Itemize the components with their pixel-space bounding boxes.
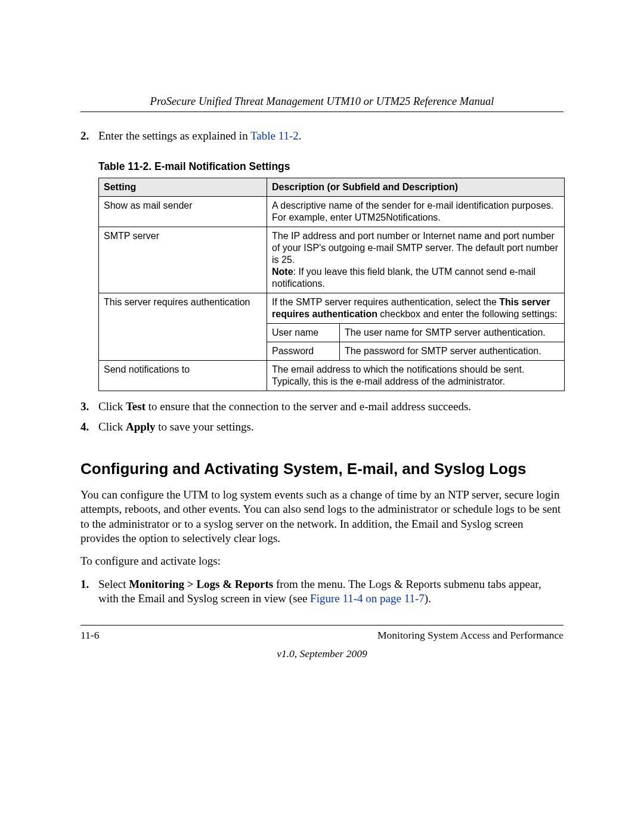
running-header: ProSecure Unified Threat Management UTM1…: [80, 95, 564, 108]
col-setting-header: Setting: [99, 178, 267, 196]
section-heading: Configuring and Activating System, E-mai…: [80, 460, 564, 478]
page-number: 11-6: [80, 629, 99, 642]
paragraph: You can configure the UTM to log system …: [80, 488, 564, 546]
table-header-row: Setting Description (or Subfield and Des…: [99, 178, 565, 196]
page-footer: 11-6 Monitoring System Access and Perfor…: [80, 625, 564, 660]
text: checkbox and enter the following setting…: [377, 309, 558, 319]
setting-cell: SMTP server: [99, 227, 267, 293]
col-description-header: Description (or Subfield and Description…: [267, 178, 565, 196]
table-row: SMTP server The IP address and port numb…: [99, 227, 565, 293]
description-cell: The email address to which the notificat…: [267, 360, 565, 391]
header-rule: [80, 112, 564, 112]
text: Click: [98, 400, 126, 413]
step-number: 3.: [80, 400, 98, 414]
table-ref-link[interactable]: Table 11-2: [250, 129, 299, 142]
setting-cell: Send notifications to: [99, 360, 267, 391]
step-number: 4.: [80, 420, 98, 435]
description-cell: If the SMTP server requires authenticati…: [267, 293, 565, 323]
section-step-1: 1. Select Monitoring > Logs & Reports fr…: [80, 577, 564, 606]
step-number: 2.: [80, 129, 98, 144]
paragraph: To configure and activate logs:: [80, 554, 564, 568]
subfield-desc: The user name for SMTP server authentica…: [340, 323, 565, 342]
step-body: Click Test to ensure that the connection…: [98, 400, 564, 414]
text: Select: [98, 578, 129, 590]
subfield-label: Password: [267, 342, 340, 360]
text: The IP address and port number or Intern…: [272, 231, 558, 265]
text: : If you leave this field blank, the UTM…: [272, 267, 535, 289]
step-2: 2. Enter the settings as explained in Ta…: [80, 129, 564, 144]
description-cell: The IP address and port number or Intern…: [267, 227, 565, 293]
bold-text: Test: [126, 400, 145, 413]
step-number: 1.: [80, 577, 98, 606]
email-notification-settings-table: Setting Description (or Subfield and Des…: [98, 178, 565, 391]
step-body: Select Monitoring > Logs & Reports from …: [98, 577, 564, 606]
text: ).: [425, 592, 431, 605]
step-3: 3. Click Test to ensure that the connect…: [80, 400, 564, 414]
subfield-desc: The password for SMTP server authenticat…: [340, 342, 565, 360]
text: Click: [98, 420, 126, 433]
text: to ensure that the connection to the ser…: [145, 400, 471, 413]
text: If the SMTP server requires authenticati…: [272, 297, 499, 307]
doc-version: v1.0, September 2009: [80, 648, 564, 660]
table-caption: Table 11-2. E-mail Notification Settings: [98, 160, 564, 173]
bold-text: Apply: [126, 420, 156, 433]
chapter-title: Monitoring System Access and Performance: [377, 629, 564, 642]
table-row: Send notifications to The email address …: [99, 360, 565, 391]
table-row: Show as mail sender A descriptive name o…: [99, 196, 565, 227]
text: .: [299, 129, 302, 142]
note-label: Note: [272, 267, 293, 277]
setting-cell: This server requires authentication: [99, 293, 267, 360]
footer-rule: [80, 625, 564, 625]
bold-text: Monitoring > Logs & Reports: [129, 578, 273, 590]
setting-cell: Show as mail sender: [99, 196, 267, 227]
step-body: Enter the settings as explained in Table…: [98, 129, 564, 144]
text: Enter the settings as explained in: [98, 129, 250, 142]
step-4: 4. Click Apply to save your settings.: [80, 420, 564, 435]
table-row: This server requires authentication If t…: [99, 293, 565, 323]
step-body: Click Apply to save your settings.: [98, 420, 564, 435]
text: to save your settings.: [156, 420, 254, 433]
subfield-label: User name: [267, 323, 340, 342]
description-cell: A descriptive name of the sender for e-m…: [267, 196, 565, 227]
figure-ref-link[interactable]: Figure 11-4 on page 11-7: [310, 592, 425, 605]
